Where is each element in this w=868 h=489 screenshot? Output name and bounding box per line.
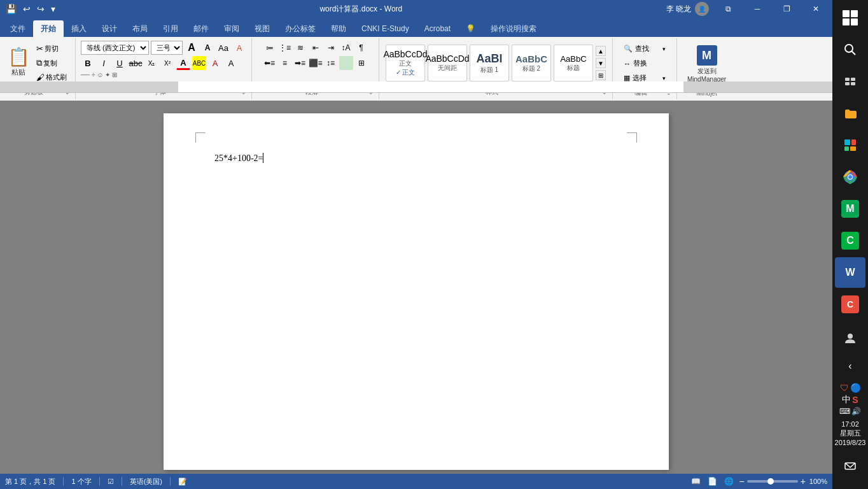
save-button[interactable]: 💾 — [4, 3, 18, 15]
web-layout-button[interactable]: 🌐 — [722, 475, 735, 488]
style-no-spacing[interactable]: AaBbCcDd 无间距 — [428, 45, 467, 82]
zoom-percent-label[interactable]: 100% — [809, 478, 827, 485]
line-spacing-button[interactable]: ↕≡ — [324, 56, 338, 70]
zoom-out-button[interactable]: − — [739, 476, 744, 486]
chrome-button[interactable] — [835, 162, 865, 192]
tab-help[interactable]: 帮助 — [323, 20, 354, 37]
style-heading1[interactable]: AaBl 标题 1 — [470, 45, 509, 82]
tab-layout[interactable]: 布局 — [125, 20, 155, 37]
tab-review[interactable]: 审阅 — [216, 20, 247, 37]
numbering-button[interactable]: ⋮≡ — [278, 41, 292, 55]
styles-expand[interactable]: ⊞ — [596, 70, 606, 80]
store-button[interactable] — [835, 130, 865, 160]
tab-office-tab[interactable]: 办公标签 — [277, 20, 323, 37]
notification-button[interactable] — [835, 451, 865, 481]
strikethrough-button[interactable]: abc — [129, 56, 143, 70]
tab-lightbulb[interactable]: 💡 — [458, 20, 483, 37]
font-color-button[interactable]: A — [176, 56, 190, 70]
task-view-button[interactable] — [835, 66, 865, 97]
font-size-select[interactable]: 三号 — [151, 41, 183, 55]
style-title[interactable]: AaBbC 标题 — [554, 45, 593, 82]
user-avatar[interactable]: 👤 — [695, 2, 709, 16]
find-button[interactable]: 🔍 查找 ▾ — [619, 42, 670, 55]
zoom-thumb[interactable] — [767, 478, 774, 485]
store-icon — [843, 138, 857, 152]
windows-start-button[interactable] — [835, 3, 865, 33]
sort-button[interactable]: ↕A — [339, 41, 353, 55]
language-tray-icon[interactable]: 中 — [842, 394, 851, 406]
people-button[interactable] — [836, 329, 864, 347]
style-heading2[interactable]: AaBbC 标题 2 — [512, 45, 551, 82]
folder-icon — [843, 106, 857, 120]
styles-scroll-down[interactable]: ▼ — [596, 58, 606, 68]
show-marks-button[interactable]: ¶ — [354, 41, 368, 55]
multilevel-list-button[interactable]: ≋ — [293, 41, 307, 55]
word-button[interactable]: W — [835, 257, 865, 288]
zoom-in-button[interactable]: + — [801, 476, 806, 486]
print-layout-button[interactable]: 📄 — [706, 475, 718, 488]
style-normal[interactable]: AaBbCcDd 正文 ✓ 正文 — [386, 45, 425, 82]
align-right-button[interactable]: ➡≡ — [293, 56, 307, 70]
undo-button[interactable]: ↩ — [21, 3, 32, 15]
close-button[interactable]: ✕ — [802, 0, 830, 18]
underline-button[interactable]: U — [113, 56, 127, 70]
language-status[interactable]: 英语(美国) — [130, 477, 162, 486]
restore-down-button[interactable]: ⧉ — [714, 0, 742, 18]
tab-view[interactable]: 视图 — [247, 20, 277, 37]
cut-button[interactable]: ✂ 剪切 — [33, 42, 70, 55]
decrease-indent-button[interactable]: ⇤ — [309, 41, 323, 55]
italic-button[interactable]: I — [97, 56, 111, 70]
align-center-button[interactable]: ≡ — [278, 56, 292, 70]
font-case-button[interactable]: Aa — [216, 41, 230, 55]
camtasia-button[interactable]: C — [835, 225, 865, 256]
camtasia2-button[interactable]: C — [835, 289, 865, 320]
clock-day: 星期五 — [835, 429, 866, 437]
redo-button[interactable]: ↪ — [35, 3, 46, 15]
document-content[interactable]: 25*4+100-2= — [214, 152, 618, 166]
styles-scroll-up[interactable]: ▲ — [596, 46, 606, 56]
editing-group-content: 🔍 查找 ▾ ↔ 替换 ▦ 选择 ▾ — [615, 39, 674, 87]
justify-button[interactable]: ⬛≡ — [309, 56, 323, 70]
document-area[interactable]: 25*4+100-2= — [0, 101, 832, 474]
bullets-button[interactable]: ≔ — [263, 41, 277, 55]
quick-access-dropdown[interactable]: ▾ — [49, 3, 57, 15]
tab-insert[interactable]: 插入 — [64, 20, 94, 37]
side-panel-toggle[interactable]: ‹ — [835, 351, 865, 381]
tab-mail[interactable]: 邮件 — [186, 20, 216, 37]
bold-button[interactable]: B — [81, 56, 95, 70]
copy-button[interactable]: ⧉ 复制 — [33, 56, 70, 70]
search-button[interactable] — [835, 34, 865, 65]
text-color-button[interactable]: A — [208, 56, 222, 70]
zoom-slider[interactable] — [747, 480, 798, 483]
file-explorer-button[interactable] — [835, 98, 865, 129]
paste-button[interactable]: 📋 粘贴 — [5, 41, 32, 83]
font-shrink-button[interactable]: A — [200, 41, 214, 55]
read-mode-button[interactable]: 📖 — [689, 475, 702, 488]
tab-cnki[interactable]: CNKI E-Study — [354, 20, 417, 37]
font-grow-button[interactable]: A — [185, 41, 199, 55]
align-left-button[interactable]: ⬅≡ — [263, 56, 277, 70]
clear-format-button[interactable]: A — [232, 41, 246, 55]
tab-file[interactable]: 文件 — [3, 20, 33, 37]
shading-button[interactable] — [339, 56, 353, 70]
input-method-icon[interactable]: S — [852, 395, 858, 405]
send-to-mindmanager-button[interactable]: M 发送到MindManager — [685, 43, 729, 85]
task-view-icon — [844, 75, 857, 88]
tab-references[interactable]: 引用 — [155, 20, 186, 37]
tab-search[interactable]: 操作说明搜索 — [483, 20, 544, 37]
minimize-button[interactable]: ─ — [743, 0, 771, 18]
maximize-button[interactable]: ❐ — [773, 0, 801, 18]
highlight-color-button[interactable]: ABC — [192, 56, 206, 70]
tab-acrobat[interactable]: Acrobat — [417, 20, 458, 37]
replace-button[interactable]: ↔ 替换 — [619, 57, 670, 70]
tab-design[interactable]: 设计 — [94, 20, 125, 37]
tab-home[interactable]: 开始 — [33, 20, 64, 37]
font-name-select[interactable]: 等线 (西文正文) — [81, 41, 149, 55]
borders-button[interactable]: ⊞ — [354, 56, 368, 70]
font-row2: B I U abc X₂ X² A ABC A A — [81, 56, 238, 70]
superscript-button[interactable]: X² — [160, 56, 174, 70]
subscript-button[interactable]: X₂ — [144, 56, 158, 70]
increase-indent-button[interactable]: ⇥ — [324, 41, 338, 55]
char-shading-button[interactable]: A — [224, 56, 238, 70]
mindmanager-button[interactable]: M — [835, 194, 865, 224]
